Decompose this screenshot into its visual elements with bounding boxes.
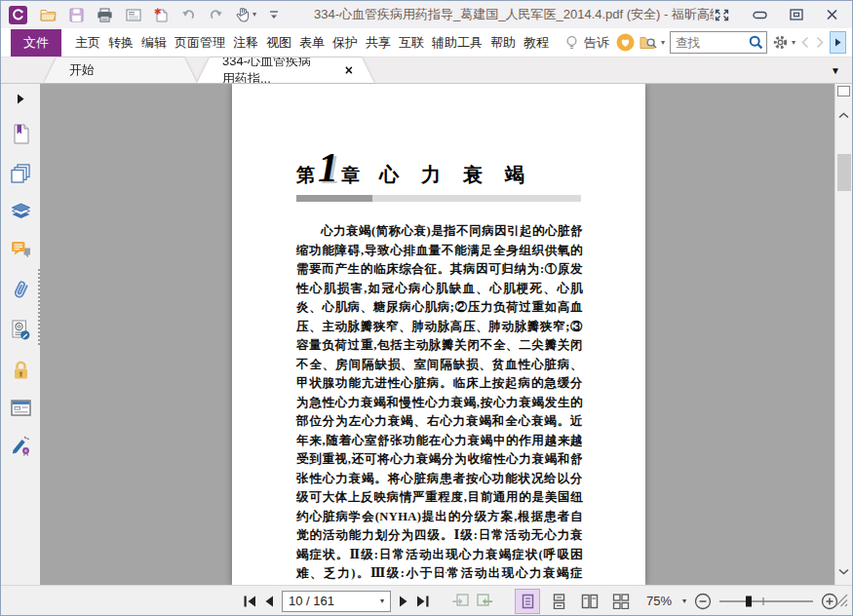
tab-start-wrap: 开始 — [44, 58, 197, 83]
chapter-prefix: 第 — [296, 163, 315, 188]
attachments-panel-icon[interactable] — [13, 279, 29, 300]
next-page-button[interactable] — [399, 596, 408, 607]
hand-tool-caret-icon[interactable]: ▾ — [252, 11, 256, 19]
tell-me-label[interactable]: 告诉 — [584, 34, 611, 52]
zoom-slider[interactable] — [719, 595, 813, 608]
tab-document[interactable]: 334-心血管疾病用药指... × — [197, 58, 374, 83]
footer-page-number: 1 — [433, 566, 445, 578]
app-window: ✱ ▾ 334-心血管疾病用药指导_葛建国_人民军医_2014.4.pdf (安… — [0, 0, 853, 616]
hand-tool-icon[interactable]: ▾ — [236, 7, 256, 22]
security-lock-icon[interactable] — [12, 360, 30, 380]
foxit-logo-icon[interactable] — [9, 6, 27, 24]
menu-convert[interactable]: 转换 — [104, 29, 137, 57]
scrollbar-thumb[interactable] — [837, 154, 851, 191]
close-button[interactable] — [826, 9, 838, 20]
scroll-up-icon[interactable] — [838, 105, 849, 123]
continuous-facing-view-button[interactable] — [609, 590, 633, 613]
gear-caret-icon[interactable]: ▾ — [792, 39, 795, 47]
folder-search-icon[interactable]: ▾ — [640, 35, 665, 50]
facing-view-button[interactable] — [578, 590, 601, 613]
page-number-combobox[interactable]: 10 / 161 ▾ — [282, 591, 391, 612]
pages-panel-icon[interactable] — [11, 164, 30, 183]
window-controls — [714, 8, 844, 22]
create-pdf-icon[interactable]: ✱ — [154, 8, 169, 22]
search-box — [670, 31, 767, 54]
fields-panel-icon[interactable] — [11, 400, 31, 416]
print-icon[interactable] — [97, 8, 113, 22]
menu-file[interactable]: 文件 — [11, 29, 61, 57]
page-combobox-caret-icon[interactable]: ▾ — [380, 597, 384, 605]
search-input[interactable] — [676, 36, 749, 50]
menu-accessibility[interactable]: 辅助工具 — [428, 29, 486, 57]
vertical-scrollbar[interactable] — [834, 84, 852, 585]
folder-search-caret-icon[interactable]: ▾ — [661, 39, 665, 47]
sign-panel-icon[interactable] — [11, 436, 31, 456]
menu-bar: 文件 主页 转换 编辑 页面管理 注释 视图 表单 保护 共享 互联 辅助工具 … — [1, 28, 852, 58]
lightbulb-icon[interactable] — [564, 35, 579, 51]
expand-panel-button[interactable] — [830, 31, 846, 54]
menu-form[interactable]: 表单 — [295, 29, 329, 57]
zoom-caret-icon[interactable]: ▾ — [682, 597, 686, 605]
zoom-out-button[interactable] — [694, 593, 712, 610]
chapter-number: 1 — [318, 154, 338, 181]
menu-protect[interactable]: 保护 — [329, 29, 362, 57]
menu-organize[interactable]: 页面管理 — [171, 29, 229, 57]
maximize-button[interactable] — [790, 9, 803, 20]
minimize-button[interactable] — [753, 11, 767, 19]
document-canvas[interactable]: 第 1 章 心 力 衰 竭 心力衰竭(简称心衰)是指不同病因引起的心脏舒缩功能障… — [40, 84, 834, 585]
layers-panel-icon[interactable] — [11, 203, 31, 221]
scroll-down-icon[interactable] — [838, 561, 849, 579]
ribbon-next-icon[interactable] — [815, 36, 825, 49]
menu-comment[interactable]: 注释 — [229, 29, 262, 57]
main-area: 第 1 章 心 力 衰 竭 心力衰竭(简称心衰)是指不同病因引起的心脏舒缩功能障… — [1, 84, 852, 585]
window-title: 334-心血管疾病用药指导_葛建国_人民军医_2014.4.pdf (安全) -… — [314, 6, 714, 23]
tab-start[interactable]: 开始 — [44, 58, 197, 83]
ribbon-prev-icon[interactable] — [800, 36, 810, 49]
menu-bar-right: 告诉 ▾ ▾ — [564, 31, 846, 54]
footer-right-dot: · — [445, 566, 448, 578]
chapter-suffix: 章 — [341, 163, 360, 188]
tab-list-caret-icon[interactable]: ▼ — [831, 65, 840, 76]
svg-text:✱: ✱ — [154, 8, 162, 17]
next-view-button[interactable] — [477, 594, 494, 608]
menu-edit[interactable]: 编辑 — [137, 29, 171, 57]
scrollbar-split-handle[interactable] — [837, 86, 850, 96]
redo-icon[interactable] — [209, 9, 223, 21]
menu-tutorial[interactable]: 教程 — [520, 29, 553, 57]
first-page-button[interactable] — [243, 596, 256, 607]
heart-icon[interactable] — [616, 33, 635, 52]
single-page-view-button[interactable] — [516, 590, 539, 613]
menu-share[interactable]: 共享 — [362, 29, 395, 57]
window-resize-grip[interactable] — [834, 593, 848, 611]
open-file-icon[interactable] — [40, 8, 57, 21]
comments-panel-icon[interactable] — [11, 241, 31, 259]
pdf-page: 第 1 章 心 力 衰 竭 心力衰竭(简称心衰)是指不同病因引起的心脏舒缩功能障… — [232, 84, 645, 585]
status-bar: 10 / 161 ▾ — [1, 585, 852, 615]
navigation-panel-rail — [1, 84, 40, 585]
quick-access-toolbar: ✱ ▾ — [9, 6, 279, 24]
bookmarks-panel-icon[interactable] — [12, 124, 30, 144]
toggle-toolbar-icon[interactable] — [714, 8, 730, 22]
save-icon[interactable] — [69, 8, 84, 22]
continuous-view-button[interactable] — [547, 590, 570, 613]
previous-view-button[interactable] — [451, 594, 469, 608]
customize-toolbar-icon[interactable] — [269, 9, 279, 20]
last-page-button[interactable] — [416, 596, 430, 607]
menu-help[interactable]: 帮助 — [486, 29, 520, 57]
undo-icon[interactable] — [181, 9, 196, 21]
search-icon[interactable] — [749, 35, 763, 50]
zoom-level-label[interactable]: 75% — [646, 594, 672, 608]
body-paragraph: 心力衰竭(简称心衰)是指不同病因引起的心脏舒缩功能障碍,导致心排血量不能满足全身… — [296, 222, 583, 585]
menu-view[interactable]: 视图 — [262, 29, 295, 57]
menu-home[interactable]: 主页 — [71, 29, 104, 57]
gear-icon[interactable]: ▾ — [772, 34, 795, 51]
digital-signatures-panel-icon[interactable] — [11, 320, 30, 340]
tab-close-icon[interactable]: × — [345, 63, 353, 77]
expand-panel-arrow-icon[interactable] — [17, 94, 24, 104]
email-icon[interactable] — [126, 9, 141, 21]
chapter-heading-rule — [296, 195, 581, 202]
tab-document-wrap: 334-心血管疾病用药指... × — [197, 58, 374, 83]
menu-connect[interactable]: 互联 — [395, 29, 428, 57]
tab-start-label: 开始 — [69, 61, 95, 79]
previous-page-button[interactable] — [264, 596, 274, 607]
